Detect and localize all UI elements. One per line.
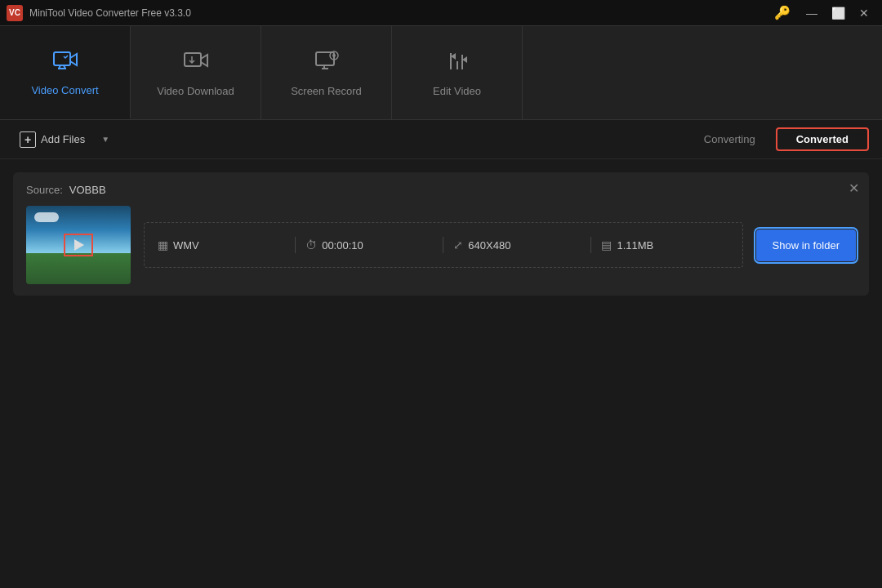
close-button[interactable]: ✕	[853, 5, 875, 21]
tab-video-download[interactable]: Video Download	[131, 26, 261, 119]
video-download-icon	[183, 48, 209, 78]
card-body: ▦ WMV ⏱ 00:00:10 ⤢ 640X480 ▤	[26, 206, 856, 284]
main-content: Source: VOBBB ✕ ▦	[0, 159, 882, 588]
maximize-button[interactable]: ⬜	[826, 5, 849, 21]
svg-point-4	[332, 54, 336, 57]
dropdown-arrow[interactable]: ▼	[98, 131, 113, 147]
tab-video-convert[interactable]: Video Convert	[0, 26, 131, 119]
subtab-converted[interactable]: Converted	[776, 127, 869, 151]
converted-item-card: Source: VOBBB ✕ ▦	[13, 172, 869, 296]
add-files-label: Add Files	[41, 133, 85, 145]
close-card-button[interactable]: ✕	[849, 182, 859, 195]
duration-info: ⏱ 00:00:10	[305, 238, 433, 252]
tab-edit-video-label: Edit Video	[433, 85, 481, 97]
duration-icon: ⏱	[305, 238, 317, 252]
divider-1	[295, 237, 296, 253]
play-overlay	[26, 206, 131, 284]
svg-rect-1	[185, 53, 201, 66]
filesize-icon: ▤	[601, 238, 612, 252]
screen-record-icon	[314, 48, 340, 78]
subtabs: Converting Converted	[684, 127, 869, 151]
add-files-icon: +	[20, 131, 36, 148]
filesize-info: ▤ 1.11MB	[601, 238, 728, 252]
resolution-info: ⤢ 640X480	[453, 238, 581, 252]
file-info-container: ▦ WMV ⏱ 00:00:10 ⤢ 640X480 ▤	[144, 222, 743, 268]
nav-bar: Video Convert Video Download Screen Reco…	[0, 26, 882, 120]
file-info-row: ▦ WMV ⏱ 00:00:10 ⤢ 640X480 ▤	[158, 237, 729, 253]
format-text: WMV	[173, 239, 199, 252]
toolbar: + Add Files ▼ Converting Converted	[0, 120, 882, 159]
tab-video-download-label: Video Download	[157, 85, 234, 97]
title-bar: VC MiniTool Video Converter Free v3.3.0 …	[0, 0, 882, 26]
show-in-folder-button[interactable]: Show in folder	[756, 229, 856, 261]
source-label: Source:	[26, 184, 63, 196]
resolution-text: 640X480	[468, 239, 510, 252]
source-value: VOBBB	[69, 184, 106, 196]
video-convert-icon	[52, 47, 78, 78]
title-left: VC MiniTool Video Converter Free v3.3.0	[7, 5, 191, 21]
divider-2	[443, 237, 443, 253]
format-info: ▦ WMV	[158, 238, 285, 252]
tab-video-convert-label: Video Convert	[31, 84, 98, 96]
svg-rect-0	[54, 52, 70, 65]
key-icon: 🔑	[774, 5, 791, 20]
resolution-icon: ⤢	[453, 238, 463, 252]
thumbnail	[26, 206, 131, 284]
tab-screen-record[interactable]: Screen Record	[261, 26, 392, 119]
tab-edit-video[interactable]: Edit Video	[392, 26, 523, 119]
item-source: Source: VOBBB	[26, 184, 856, 196]
title-controls: — ⬜ ✕	[800, 5, 875, 21]
duration-text: 00:00:10	[322, 239, 363, 252]
play-box[interactable]	[64, 234, 93, 256]
title-text: MiniTool Video Converter Free v3.3.0	[29, 7, 191, 19]
subtab-converting[interactable]: Converting	[684, 127, 776, 151]
app-logo: VC	[7, 5, 23, 21]
filesize-text: 1.11MB	[617, 239, 653, 252]
tab-screen-record-label: Screen Record	[291, 85, 362, 97]
play-triangle-icon	[74, 239, 84, 251]
edit-video-icon	[444, 48, 470, 78]
add-files-button[interactable]: + Add Files	[13, 128, 91, 151]
minimize-button[interactable]: —	[800, 5, 823, 21]
format-icon: ▦	[158, 238, 168, 252]
divider-3	[590, 237, 591, 253]
